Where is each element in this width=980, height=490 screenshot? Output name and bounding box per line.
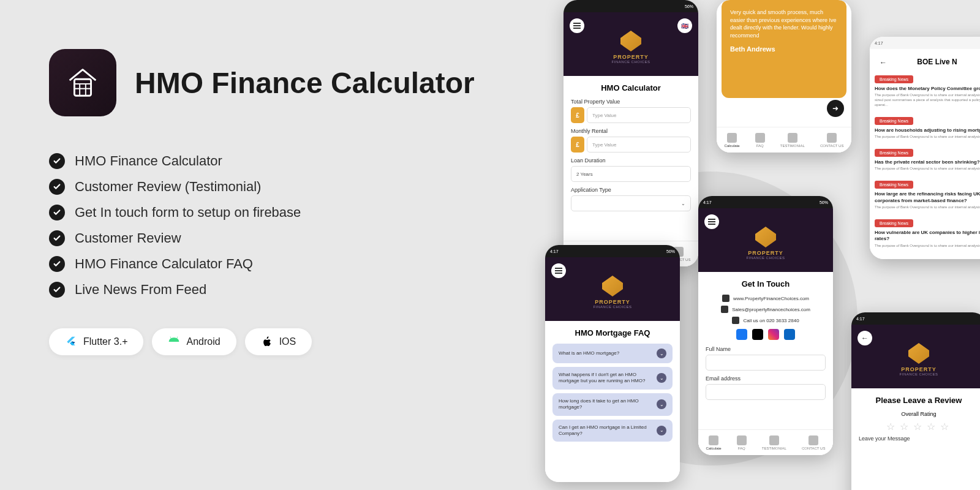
feature-item: Get In touch form to setup on firebase xyxy=(49,205,475,221)
globe-icon xyxy=(722,295,729,302)
star-icon[interactable]: ☆ xyxy=(940,421,951,432)
platform-chips: Flutter 3.+AndroidIOS xyxy=(49,328,475,355)
flag-button[interactable]: 🇬🇧 xyxy=(677,18,692,33)
platform-chip[interactable]: Flutter 3.+ xyxy=(49,328,143,355)
phone-icon xyxy=(732,317,739,324)
currency-prefix: £ xyxy=(571,107,584,123)
instagram-icon[interactable] xyxy=(768,329,779,340)
application-type-select[interactable]: ⌄ xyxy=(571,195,691,211)
brand-logo: PROPERTY FINANCE CHOICES xyxy=(570,20,692,69)
platform-chip[interactable]: IOS xyxy=(245,328,312,355)
faq-question: What is an HMO mortgage? xyxy=(559,350,657,356)
hero-row: HMO Finance Calculator xyxy=(49,49,475,116)
faq-question: What happens if I don't get an HMO mortg… xyxy=(559,372,657,385)
fullname-input[interactable] xyxy=(706,355,826,371)
news-item[interactable]: Breaking NewsHow vulnerable are UK compa… xyxy=(875,216,980,249)
brand-name: PROPERTY xyxy=(858,366,980,372)
contact-phone[interactable]: Call us on 020 3633 2840 xyxy=(743,318,799,323)
star-rating[interactable]: ☆☆☆☆☆ xyxy=(859,421,979,432)
star-icon[interactable]: ☆ xyxy=(927,421,938,432)
brand-name: PROPERTY xyxy=(570,54,692,60)
logo-mark-icon xyxy=(908,343,929,364)
brand-sub: FINANCE CHOICES xyxy=(704,256,827,260)
star-icon[interactable]: ☆ xyxy=(900,421,911,432)
news-headline: How vulnerable are UK companies to highe… xyxy=(875,230,980,243)
testimonial-author: Beth Andrews xyxy=(730,45,838,53)
feature-item: HMO Finance Calculator FAQ xyxy=(49,256,475,272)
nav-icon xyxy=(827,133,837,143)
status-bar: 4:1756% xyxy=(545,245,680,257)
nav-icon xyxy=(737,435,747,445)
flutter-icon xyxy=(65,336,77,348)
chip-label: IOS xyxy=(279,336,296,347)
platform-chip[interactable]: Android xyxy=(152,328,236,355)
email-input[interactable] xyxy=(706,384,826,400)
news-list: Breaking NewsHow does the Monetary Polic… xyxy=(875,72,980,248)
house-calculator-icon xyxy=(64,64,102,102)
check-icon xyxy=(49,205,65,221)
menu-button[interactable] xyxy=(570,18,584,33)
back-button[interactable]: ← xyxy=(876,55,891,70)
field-label: Leave your Message xyxy=(859,435,979,442)
twitter-icon[interactable] xyxy=(752,329,763,340)
monthly-rental-input[interactable]: Type Value xyxy=(587,137,691,153)
faq-item[interactable]: What is an HMO mortgage?⌄ xyxy=(552,344,673,363)
linkedin-icon[interactable] xyxy=(784,329,795,340)
nav-item[interactable]: Calculate xyxy=(706,435,722,450)
news-item[interactable]: Breaking NewsHas the private rental sect… xyxy=(875,146,980,172)
nav-item[interactable]: CONTACT US xyxy=(820,133,843,148)
property-value-input[interactable]: Type Value xyxy=(587,107,691,123)
back-button[interactable]: ← xyxy=(858,331,872,345)
news-headline: How does the Monetary Policy Committee g… xyxy=(875,86,980,92)
logo-mark-icon xyxy=(620,31,641,51)
check-icon xyxy=(49,230,65,246)
faq-item[interactable]: What happens if I don't get an HMO mortg… xyxy=(552,367,673,390)
field-label: Loan Duration xyxy=(571,157,691,164)
status-bar: 4:17 xyxy=(870,37,980,49)
news-headline: How large are the refinancing risks faci… xyxy=(875,191,980,204)
review-card: Please Leave a Review Overall Rating ☆☆☆… xyxy=(851,388,980,490)
loan-duration-select[interactable]: 2 Years xyxy=(571,166,691,182)
brand-logo: PROPERTY FINANCE CHOICES xyxy=(704,216,827,265)
nav-item[interactable]: CONTACT US xyxy=(802,435,825,450)
facebook-icon[interactable] xyxy=(736,329,747,340)
nav-item[interactable]: TESTIMONIAL xyxy=(780,133,805,148)
contact-card: Get In Touch www.PropertyFinanceChoices.… xyxy=(698,272,833,442)
news-item[interactable]: Breaking NewsHow are households adjustin… xyxy=(875,114,980,140)
news-desc: The purpose of Bank Overground is to sha… xyxy=(875,93,980,107)
news-desc: The purpose of Bank Overground is to sha… xyxy=(875,135,980,140)
breaking-badge: Breaking News xyxy=(875,149,913,157)
calculator-card: HMO Calculator Total Property Value £ Ty… xyxy=(564,76,698,253)
brand-name: PROPERTY xyxy=(704,250,827,256)
menu-button[interactable] xyxy=(551,263,566,278)
feature-text: Customer Review xyxy=(75,230,181,246)
nav-item[interactable]: FAQ xyxy=(737,435,747,450)
nav-item[interactable]: TESTIMONIAL xyxy=(762,435,786,450)
news-headline: How are households adjusting to rising m… xyxy=(875,127,980,134)
news-item[interactable]: Breaking NewsHow large are the refinanci… xyxy=(875,178,980,210)
star-icon[interactable]: ☆ xyxy=(886,421,897,432)
ios-icon xyxy=(261,336,273,348)
breaking-badge: Breaking News xyxy=(875,117,913,125)
contact-website[interactable]: www.PropertyFinanceChoices.com xyxy=(733,296,809,301)
bottom-nav: CalculateFAQTESTIMONIALCONTACT US xyxy=(717,127,851,153)
share-fab[interactable]: ➜ xyxy=(827,100,844,117)
menu-button[interactable] xyxy=(704,214,719,229)
logo-mark-icon xyxy=(755,227,776,247)
nav-item[interactable]: FAQ xyxy=(755,133,765,148)
news-item[interactable]: Breaking NewsHow does the Monetary Polic… xyxy=(875,72,980,108)
card-title: HMO Mortgage FAQ xyxy=(552,328,673,337)
faq-item[interactable]: How long does it take to get an HMO mort… xyxy=(552,393,673,416)
phone-faq: 4:1756% PROPERTY FINANCE CHOICES HMO Mor… xyxy=(545,245,680,482)
nav-icon xyxy=(709,435,718,445)
phone-mockups: 56% 🇬🇧 PROPERTY FINANCE CHOICES HMO Calc… xyxy=(545,0,980,490)
star-icon[interactable]: ☆ xyxy=(913,421,924,432)
chevron-down-icon: ⌄ xyxy=(657,399,666,409)
faq-item[interactable]: Can I get an HMO mortgage in a Limited C… xyxy=(552,420,673,442)
contact-email[interactable]: Sales@propertyfinancechoices.com xyxy=(732,307,810,312)
card-title: HMO Calculator xyxy=(571,83,691,92)
nav-item[interactable]: Calculate xyxy=(725,133,740,148)
brand-sub: FINANCE CHOICES xyxy=(551,305,674,309)
status-bar: 4:17 xyxy=(851,312,980,325)
feature-text: Customer Review (Testimonial) xyxy=(75,179,261,195)
